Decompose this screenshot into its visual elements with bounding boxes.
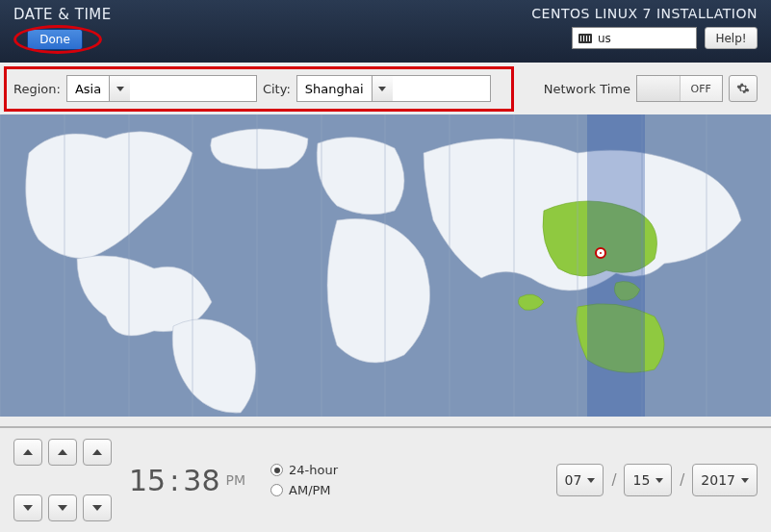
header-left: DATE & TIME Done: [13, 6, 112, 57]
network-time-settings-button[interactable]: [729, 75, 758, 102]
region-value: Asia: [67, 76, 109, 101]
time-format-group: 24-hour AM/PM: [270, 463, 338, 497]
month-value: 07: [565, 472, 582, 488]
time-hours: 15: [129, 464, 166, 497]
header: DATE & TIME Done CENTOS LINUX 7 INSTALLA…: [0, 0, 771, 63]
ampm-up-button[interactable]: [83, 439, 112, 466]
radio-icon: [270, 464, 283, 476]
year-combo[interactable]: 2017: [692, 464, 758, 496]
chevron-down-icon: [58, 505, 67, 511]
radio-ampm-label: AM/PM: [289, 483, 331, 497]
chevron-up-icon: [23, 449, 33, 455]
keyboard-icon: [578, 34, 592, 43]
date-group: 07 / 15 / 2017: [556, 464, 758, 496]
installer-title: CENTOS LINUX 7 INSTALLATION: [531, 6, 758, 21]
footer: 15:38 PM 24-hour AM/PM 07 / 15 / 2017: [0, 426, 771, 532]
city-label: City:: [263, 82, 291, 96]
radio-ampm[interactable]: AM/PM: [270, 483, 338, 497]
chevron-down-icon: [92, 505, 102, 511]
chevron-down-icon: [378, 87, 386, 91]
header-right: CENTOS LINUX 7 INSTALLATION us Help!: [531, 6, 758, 57]
year-value: 2017: [701, 472, 735, 488]
chevron-down-icon: [741, 478, 749, 483]
region-dropdown-button[interactable]: [109, 76, 130, 101]
network-time-label: Network Time: [544, 82, 630, 96]
chevron-down-icon: [655, 478, 663, 483]
toolbar: Region: Asia City: Shanghai Network Time…: [13, 70, 758, 107]
radio-icon: [270, 484, 283, 496]
city-dropdown-button[interactable]: [372, 76, 393, 101]
date-sep: /: [611, 471, 616, 489]
city-combo[interactable]: Shanghai: [296, 75, 491, 102]
done-button-annotation: Done: [13, 27, 105, 56]
chevron-down-icon: [116, 87, 124, 91]
region-combo[interactable]: Asia: [66, 75, 257, 102]
month-combo[interactable]: 07: [556, 464, 604, 496]
hours-up-button[interactable]: [13, 439, 42, 466]
keyboard-layout-field[interactable]: us: [572, 27, 697, 49]
chevron-down-icon: [23, 505, 33, 511]
done-button[interactable]: Done: [27, 29, 83, 50]
ampm-down-button[interactable]: [83, 494, 112, 521]
minutes-up-button[interactable]: [48, 439, 77, 466]
timezone-band-highlight: [587, 114, 645, 417]
city-marker: [595, 247, 606, 259]
switch-on-side: [637, 76, 680, 101]
radio-24hour-label: 24-hour: [289, 463, 338, 477]
region-label: Region:: [13, 82, 61, 96]
gear-icon: [736, 82, 750, 95]
time-display: 15:38 PM: [129, 464, 245, 497]
time-minutes: 38: [183, 464, 219, 497]
time-display-wrap: 15:38 PM: [121, 464, 253, 497]
keyboard-layout-value: us: [598, 32, 611, 45]
switch-off-side: OFF: [680, 76, 723, 101]
radio-24hour[interactable]: 24-hour: [270, 463, 338, 477]
chevron-up-icon: [58, 449, 67, 455]
timezone-map[interactable]: [0, 114, 771, 417]
chevron-down-icon: [587, 478, 595, 483]
network-time-switch[interactable]: OFF: [636, 75, 723, 102]
time-spinner-hours: [13, 439, 112, 521]
toolbar-area: Region: Asia City: Shanghai Network Time…: [0, 63, 771, 114]
help-button[interactable]: Help!: [705, 27, 758, 49]
page-title: DATE & TIME: [13, 6, 112, 23]
hours-down-button[interactable]: [13, 494, 42, 521]
time-ampm: PM: [225, 472, 245, 488]
city-value: Shanghai: [297, 76, 372, 101]
header-right-row: us Help!: [572, 27, 758, 49]
date-sep: /: [680, 471, 684, 489]
day-value: 15: [632, 472, 650, 488]
day-combo[interactable]: 15: [624, 464, 672, 496]
world-map-svg: [0, 114, 771, 417]
minutes-down-button[interactable]: [48, 494, 77, 521]
chevron-up-icon: [92, 449, 102, 455]
